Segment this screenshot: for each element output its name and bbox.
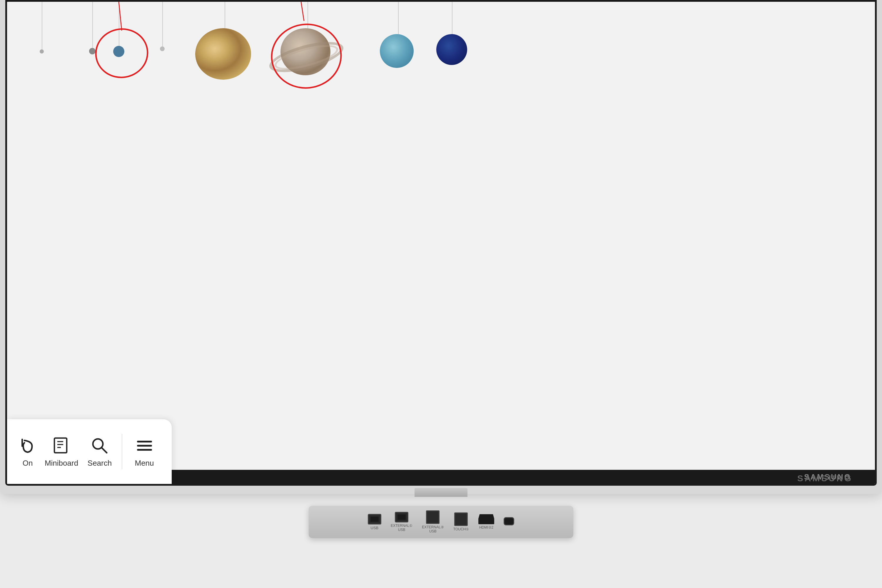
planet-dot1 bbox=[40, 50, 44, 54]
toolbar-item-miniboard[interactable]: Miniboard bbox=[42, 433, 81, 471]
annotations-svg bbox=[7, 2, 875, 484]
hang-line-1 bbox=[42, 2, 42, 52]
port-hdmi-label: HDMI②2 bbox=[479, 525, 494, 530]
port-external1-icon bbox=[395, 512, 408, 522]
toolbar-item-on[interactable]: On bbox=[13, 433, 42, 471]
hang-line-8 bbox=[452, 2, 453, 39]
toolbar-label-on: On bbox=[22, 459, 33, 468]
port-external1-label: EXTERNAL①USB bbox=[391, 524, 412, 532]
search-icon bbox=[89, 436, 110, 456]
port-hdmi-icon bbox=[478, 514, 494, 524]
toolbar-label-search: Search bbox=[88, 459, 112, 468]
svg-line-2 bbox=[301, 2, 304, 21]
planet-dot2 bbox=[89, 48, 96, 54]
toolbar-item-menu[interactable]: Menu bbox=[125, 433, 164, 471]
planet-uranus bbox=[380, 34, 414, 68]
solar-system-background: SAMSUNG On bbox=[7, 2, 875, 484]
monitor-stand-neck bbox=[414, 488, 468, 497]
port-usb-label: USB bbox=[371, 526, 379, 530]
connector-bar: USB EXTERNAL①USB EXTERNAL②USB TOUCH① HDM… bbox=[309, 506, 573, 538]
svg-rect-5 bbox=[54, 438, 67, 453]
hang-line-4 bbox=[162, 2, 163, 50]
toolbar-label-menu: Menu bbox=[135, 459, 154, 468]
port-external2-icon bbox=[426, 510, 440, 524]
hang-line-2 bbox=[92, 2, 93, 52]
port-external2-label: EXTERNAL②USB bbox=[422, 525, 444, 534]
toolbar: On Miniboard bbox=[7, 419, 172, 484]
planet-neptune bbox=[436, 34, 467, 65]
monitor-frame: SAMSUNG On bbox=[0, 0, 882, 494]
hang-line-3 bbox=[119, 2, 119, 53]
toolbar-divider bbox=[122, 434, 122, 469]
power-icon bbox=[17, 436, 38, 456]
port-external2: EXTERNAL②USB bbox=[422, 510, 444, 534]
toolbar-label-miniboard: Miniboard bbox=[45, 459, 78, 468]
toolbar-item-search[interactable]: Search bbox=[81, 433, 119, 471]
planet-dot3 bbox=[160, 46, 165, 51]
hang-line-7 bbox=[398, 2, 399, 39]
port-external1: EXTERNAL①USB bbox=[391, 512, 412, 532]
port-usb-icon bbox=[368, 514, 381, 525]
port-usb: USB bbox=[368, 514, 381, 530]
screen: SAMSUNG On bbox=[7, 2, 875, 484]
port-mini-icon bbox=[504, 517, 514, 525]
miniboard-icon bbox=[51, 436, 72, 456]
svg-line-10 bbox=[101, 447, 107, 453]
screen-bezel: SAMSUNG On bbox=[5, 0, 877, 486]
samsung-brand-logo: SAMSUNG bbox=[797, 473, 853, 483]
planet-earth bbox=[113, 46, 124, 57]
port-hdmi: HDMI②2 bbox=[478, 514, 494, 530]
port-touch-label: TOUCH① bbox=[453, 527, 469, 531]
port-touch: TOUCH① bbox=[453, 513, 469, 531]
port-touch-icon bbox=[454, 513, 468, 526]
hang-line-5 bbox=[225, 2, 225, 31]
menu-icon bbox=[134, 436, 154, 456]
port-mini bbox=[504, 517, 514, 526]
hang-line-6 bbox=[308, 2, 308, 30]
planet-jupiter bbox=[195, 28, 251, 80]
